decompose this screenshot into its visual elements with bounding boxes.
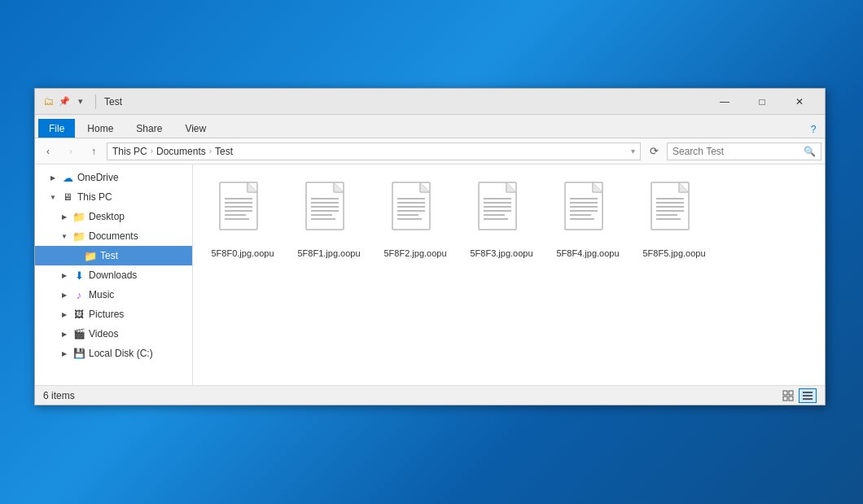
window-controls: — □ ✕ <box>706 89 818 115</box>
test-label: Test <box>100 250 118 261</box>
this-pc-icon: 🖥 <box>61 191 74 204</box>
expand-arrow-onedrive: ▶ <box>48 173 58 182</box>
expand-arrow-music: ▶ <box>59 290 69 300</box>
status-bar: 6 items <box>35 385 825 405</box>
pin-icon: 📌 <box>58 95 71 108</box>
tab-view[interactable]: View <box>174 119 217 138</box>
expand-arrow-downloads: ▶ <box>59 270 69 280</box>
expand-arrow-this-pc: ▼ <box>48 192 58 202</box>
expand-arrow-documents: ▼ <box>59 231 69 241</box>
svg-rect-68 <box>783 397 787 401</box>
path-sep-2: › <box>209 147 212 156</box>
expand-arrow-local-disk: ▶ <box>59 348 69 358</box>
tab-share[interactable]: Share <box>125 119 173 138</box>
search-box[interactable]: 🔍 <box>667 142 821 160</box>
sidebar-item-test[interactable]: ▶ 📁 Test <box>35 246 192 265</box>
view-buttons <box>779 388 817 403</box>
file-item[interactable]: 5F8F4.jpg.oopu <box>551 177 624 262</box>
refresh-button[interactable]: ⟳ <box>644 142 664 161</box>
window-title: Test <box>104 96 701 107</box>
local-disk-icon: 💾 <box>72 347 85 360</box>
close-button[interactable]: ✕ <box>781 89 818 115</box>
maximize-button[interactable]: □ <box>743 89 781 115</box>
svg-rect-66 <box>783 391 787 395</box>
back-button[interactable]: ‹ <box>38 142 58 161</box>
svg-rect-67 <box>789 391 793 395</box>
file-item[interactable]: 5F8F3.jpg.oopu <box>465 177 538 262</box>
file-icon <box>389 181 441 243</box>
forward-button[interactable]: › <box>61 142 81 161</box>
onedrive-icon: ☁ <box>61 171 74 184</box>
help-button[interactable]: ? <box>805 121 821 138</box>
ribbon-tabs: File Home Share View ? <box>35 115 825 138</box>
search-input[interactable] <box>672 146 800 157</box>
folder-icon: 🗂 <box>42 95 55 108</box>
sidebar-item-documents[interactable]: ▼ 📁 Documents <box>35 226 192 246</box>
sidebar-item-downloads[interactable]: ▶ ⬇ Downloads <box>35 265 192 285</box>
svg-rect-72 <box>803 398 813 400</box>
file-name: 5F8F4.jpg.oopu <box>556 248 619 259</box>
svg-rect-70 <box>803 392 813 393</box>
sidebar-item-onedrive[interactable]: ▶ ☁ OneDrive <box>35 168 192 187</box>
up-button[interactable]: ↑ <box>84 142 103 161</box>
local-disk-label: Local Disk (C:) <box>89 348 153 359</box>
file-item[interactable]: 5F8F0.jpg.oopu <box>206 177 279 262</box>
item-count: 6 items <box>43 390 75 401</box>
dropdown-icon: ▾ <box>74 95 87 108</box>
path-test: Test <box>215 146 233 157</box>
pictures-icon: 🖼 <box>72 308 85 321</box>
file-icon <box>562 181 614 243</box>
sidebar: ▶ ☁ OneDrive ▼ 🖥 This PC ▶ 📁 Desktop ▼ 📁… <box>35 164 193 385</box>
file-icon <box>303 181 355 243</box>
sidebar-item-local-disk[interactable]: ▶ 💾 Local Disk (C:) <box>35 344 192 363</box>
file-explorer-window: 🗂 📌 ▾ Test — □ ✕ File Home Share View ? … <box>34 88 826 405</box>
expand-arrow-desktop: ▶ <box>59 212 69 221</box>
sidebar-item-desktop[interactable]: ▶ 📁 Desktop <box>35 207 192 226</box>
expand-arrow-pictures: ▶ <box>59 309 69 319</box>
file-icon <box>217 181 269 243</box>
sidebar-item-videos[interactable]: ▶ 🎬 Videos <box>35 324 192 344</box>
title-sep <box>95 94 96 109</box>
this-pc-label: This PC <box>77 191 112 203</box>
file-item[interactable]: 5F8F5.jpg.oopu <box>637 177 711 262</box>
file-icon <box>648 181 700 243</box>
title-bar-icons: 🗂 📌 ▾ <box>42 95 87 108</box>
sidebar-item-music[interactable]: ▶ ♪ Music <box>35 285 192 305</box>
address-bar: ‹ › ↑ This PC › Documents › Test ▾ ⟳ 🔍 <box>35 138 825 164</box>
file-icon <box>475 181 528 243</box>
grid-view-button[interactable] <box>779 388 797 403</box>
path-this-pc: This PC <box>112 146 147 157</box>
expand-arrow-videos: ▶ <box>59 329 69 339</box>
title-bar: 🗂 📌 ▾ Test — □ ✕ <box>35 89 825 115</box>
file-area: 5F8F0.jpg.oopu 5F8F1.jpg.oopu <box>193 164 825 385</box>
address-path[interactable]: This PC › Documents › Test ▾ <box>107 142 641 160</box>
tab-file[interactable]: File <box>38 119 75 138</box>
minimize-button[interactable]: — <box>706 89 743 115</box>
tab-home[interactable]: Home <box>77 119 124 138</box>
desktop-icon: 📁 <box>72 210 85 223</box>
videos-label: Videos <box>89 328 118 340</box>
list-view-icon <box>802 390 813 401</box>
file-name: 5F8F3.jpg.oopu <box>470 248 532 259</box>
svg-rect-69 <box>789 397 793 401</box>
downloads-label: Downloads <box>89 270 137 281</box>
desktop-label: Desktop <box>89 211 125 222</box>
videos-icon: 🎬 <box>72 327 85 340</box>
search-icon: 🔍 <box>804 146 816 157</box>
music-label: Music <box>89 289 114 300</box>
file-item[interactable]: 5F8F2.jpg.oopu <box>379 177 452 262</box>
sidebar-item-this-pc[interactable]: ▼ 🖥 This PC <box>35 187 192 207</box>
main-area: ▶ ☁ OneDrive ▼ 🖥 This PC ▶ 📁 Desktop ▼ 📁… <box>35 164 825 385</box>
path-dropdown-arrow[interactable]: ▾ <box>631 147 635 156</box>
music-icon: ♪ <box>72 288 85 301</box>
ribbon: File Home Share View ? <box>35 115 825 138</box>
file-item[interactable]: 5F8F1.jpg.oopu <box>292 177 366 262</box>
file-name: 5F8F0.jpg.oopu <box>211 248 274 259</box>
pictures-label: Pictures <box>89 309 124 320</box>
file-name: 5F8F5.jpg.oopu <box>642 248 705 259</box>
downloads-icon: ⬇ <box>72 269 85 282</box>
file-name: 5F8F2.jpg.oopu <box>383 248 446 259</box>
documents-icon: 📁 <box>72 230 85 243</box>
sidebar-item-pictures[interactable]: ▶ 🖼 Pictures <box>35 305 192 324</box>
list-view-button[interactable] <box>799 388 817 403</box>
